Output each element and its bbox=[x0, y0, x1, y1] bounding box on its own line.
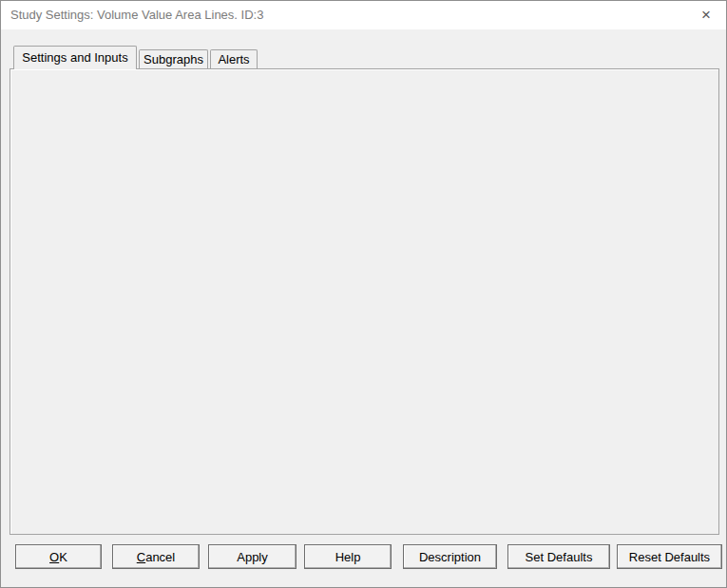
tab-settings-and-inputs[interactable]: Settings and Inputs bbox=[13, 46, 137, 69]
description-button[interactable]: Description bbox=[403, 544, 497, 569]
dialog-title: Study Settings: Volume Value Area Lines.… bbox=[10, 8, 263, 22]
set-defaults-button[interactable]: Set Defaults bbox=[507, 544, 610, 569]
study-settings-dialog: Study Settings: Volume Value Area Lines.… bbox=[0, 0, 727, 588]
title-bar: Study Settings: Volume Value Area Lines.… bbox=[1, 1, 726, 29]
ok-button[interactable]: OK bbox=[15, 544, 102, 569]
reset-defaults-button[interactable]: Reset Defaults bbox=[617, 544, 722, 569]
close-icon[interactable]: × bbox=[694, 4, 718, 27]
tab-subgraphs[interactable]: Subgraphs bbox=[139, 49, 208, 69]
tab-alerts[interactable]: Alerts bbox=[210, 49, 258, 69]
tab-page bbox=[10, 68, 719, 535]
apply-button[interactable]: Apply bbox=[208, 544, 297, 569]
cancel-button[interactable]: Cancel bbox=[112, 544, 200, 569]
help-button[interactable]: Help bbox=[304, 544, 392, 569]
